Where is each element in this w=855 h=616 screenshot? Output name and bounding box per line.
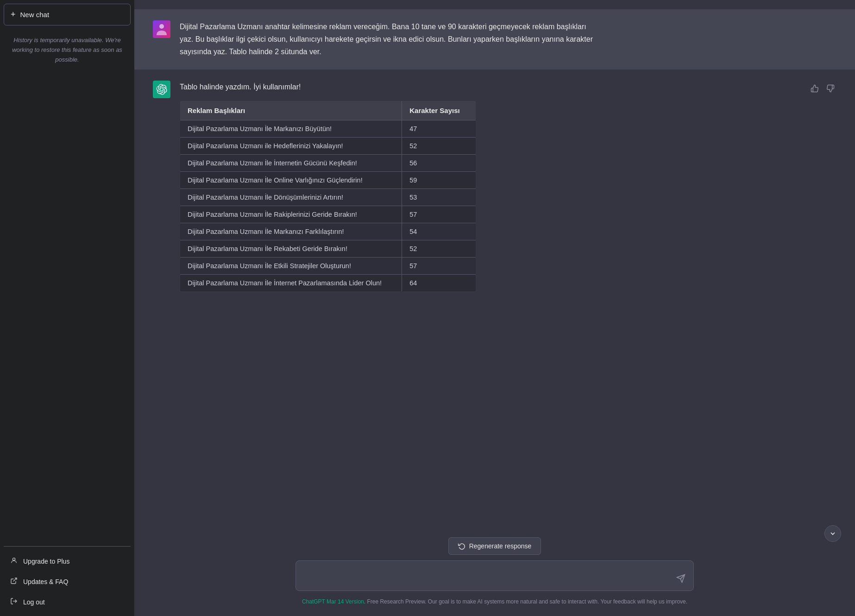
new-chat-label: New chat <box>20 11 50 19</box>
table-cell-title: Dijital Pazarlama Uzmanı İle Rekabeti Ge… <box>180 240 402 257</box>
faq-label: Updates & FAQ <box>23 578 68 585</box>
feedback-icons <box>809 81 836 292</box>
assistant-intro-text: Tablo halinde yazdım. İyi kullanımlar! <box>180 81 597 93</box>
table-cell-count: 52 <box>402 240 476 257</box>
table-cell-count: 47 <box>402 120 476 137</box>
table-cell-count: 53 <box>402 189 476 206</box>
openai-icon <box>156 84 167 95</box>
regenerate-label: Regenerate response <box>469 542 532 550</box>
table-row: Dijital Pazarlama Uzmanı İle Rakiplerini… <box>180 206 476 223</box>
chat-input[interactable] <box>295 560 694 591</box>
table-cell-title: Dijital Pazarlama Uzmanı İle Markanızı B… <box>180 120 402 137</box>
thumbs-down-button[interactable] <box>824 82 836 97</box>
assistant-content: Tablo halinde yazdım. İyi kullanımlar! R… <box>180 81 597 292</box>
regenerate-button[interactable]: Regenerate response <box>448 537 541 555</box>
assistant-message: Tablo halinde yazdım. İyi kullanımlar! R… <box>134 69 855 303</box>
table-cell-title: Dijital Pazarlama Uzmanı İle Rakiplerini… <box>180 206 402 223</box>
svg-point-0 <box>13 558 15 560</box>
chevron-down-icon <box>829 530 836 537</box>
plus-icon: + <box>11 10 16 19</box>
sidebar-item-logout[interactable]: Log out <box>4 592 131 612</box>
table-cell-count: 57 <box>402 206 476 223</box>
person-icon <box>10 557 18 566</box>
bottom-area: Regenerate response ChatGPT Mar 14 Versi… <box>134 530 855 616</box>
table-cell-count: 59 <box>402 171 476 189</box>
table-row: Dijital Pazarlama Uzmanı İle Rekabeti Ge… <box>180 240 476 257</box>
svg-rect-3 <box>153 20 170 38</box>
main-content: Dijital Pazarlama Uzmanı anahtar kelimes… <box>134 0 855 616</box>
user-message: Dijital Pazarlama Uzmanı anahtar kelimes… <box>134 9 855 69</box>
footer-description: . Free Research Preview. Our goal is to … <box>364 598 687 605</box>
assistant-avatar <box>153 81 170 98</box>
table-row: Dijital Pazarlama Uzmanı İle İnternet Pa… <box>180 274 476 291</box>
table-row: Dijital Pazarlama Uzmanı İle Etkili Stra… <box>180 257 476 274</box>
table-cell-count: 56 <box>402 154 476 171</box>
external-link-icon <box>10 577 18 586</box>
table-cell-title: Dijital Pazarlama Uzmanı İle İnternetin … <box>180 154 402 171</box>
table-header-title: Reklam Başlıkları <box>180 101 402 120</box>
chat-area[interactable]: Dijital Pazarlama Uzmanı anahtar kelimes… <box>134 0 855 530</box>
input-wrapper <box>295 560 694 593</box>
svg-line-1 <box>13 578 17 581</box>
user-message-text: Dijital Pazarlama Uzmanı anahtar kelimes… <box>180 20 597 58</box>
ad-table: Reklam Başlıkları Karakter Sayısı Dijita… <box>180 101 476 292</box>
regenerate-icon <box>458 542 465 550</box>
table-row: Dijital Pazarlama Uzmanı İle İnternetin … <box>180 154 476 171</box>
assistant-message-row: Tablo halinde yazdım. İyi kullanımlar! R… <box>180 81 836 292</box>
sidebar: + New chat History is temporarily unavai… <box>0 0 134 616</box>
footer-text: ChatGPT Mar 14 Version. Free Research Pr… <box>302 598 687 609</box>
history-notice: History is temporarily unavailable. We'r… <box>4 30 131 70</box>
thumbs-up-button[interactable] <box>809 82 821 97</box>
table-cell-title: Dijital Pazarlama Uzmanı ile Hedeflerini… <box>180 137 402 154</box>
table-row: Dijital Pazarlama Uzmanı İle Markanızı B… <box>180 120 476 137</box>
logout-icon <box>10 597 18 607</box>
sidebar-item-upgrade[interactable]: Upgrade to Plus <box>4 551 131 572</box>
table-cell-count: 57 <box>402 257 476 274</box>
sidebar-bottom: Upgrade to Plus Updates & FAQ Log out <box>4 546 131 612</box>
table-cell-title: Dijital Pazarlama Uzmanı İle Dönüşümleri… <box>180 189 402 206</box>
table-row: Dijital Pazarlama Uzmanı İle Dönüşümleri… <box>180 189 476 206</box>
sidebar-item-faq[interactable]: Updates & FAQ <box>4 572 131 592</box>
user-avatar <box>153 20 170 38</box>
table-cell-title: Dijital Pazarlama Uzmanı İle Online Varl… <box>180 171 402 189</box>
upgrade-label: Upgrade to Plus <box>23 558 69 565</box>
table-cell-title: Dijital Pazarlama Uzmanı İle Etkili Stra… <box>180 257 402 274</box>
sidebar-spacer <box>4 70 131 546</box>
send-button[interactable] <box>673 573 688 586</box>
new-chat-button[interactable]: + New chat <box>4 4 131 25</box>
table-row: Dijital Pazarlama Uzmanı ile Hedeflerini… <box>180 137 476 154</box>
send-icon <box>676 574 685 583</box>
assistant-main: Tablo halinde yazdım. İyi kullanımlar! R… <box>180 81 836 292</box>
scroll-down-button[interactable] <box>824 525 841 542</box>
table-row: Dijital Pazarlama Uzmanı İle Markanızı F… <box>180 223 476 240</box>
footer-version-link[interactable]: ChatGPT Mar 14 Version <box>302 598 364 605</box>
table-cell-count: 64 <box>402 274 476 291</box>
logout-label: Log out <box>23 598 45 606</box>
table-row: Dijital Pazarlama Uzmanı İle Online Varl… <box>180 171 476 189</box>
table-cell-count: 54 <box>402 223 476 240</box>
table-cell-count: 52 <box>402 137 476 154</box>
table-cell-title: Dijital Pazarlama Uzmanı İle Markanızı F… <box>180 223 402 240</box>
table-header-count: Karakter Sayısı <box>402 101 476 120</box>
svg-point-4 <box>159 24 164 29</box>
user-avatar-svg <box>153 20 170 38</box>
table-cell-title: Dijital Pazarlama Uzmanı İle İnternet Pa… <box>180 274 402 291</box>
